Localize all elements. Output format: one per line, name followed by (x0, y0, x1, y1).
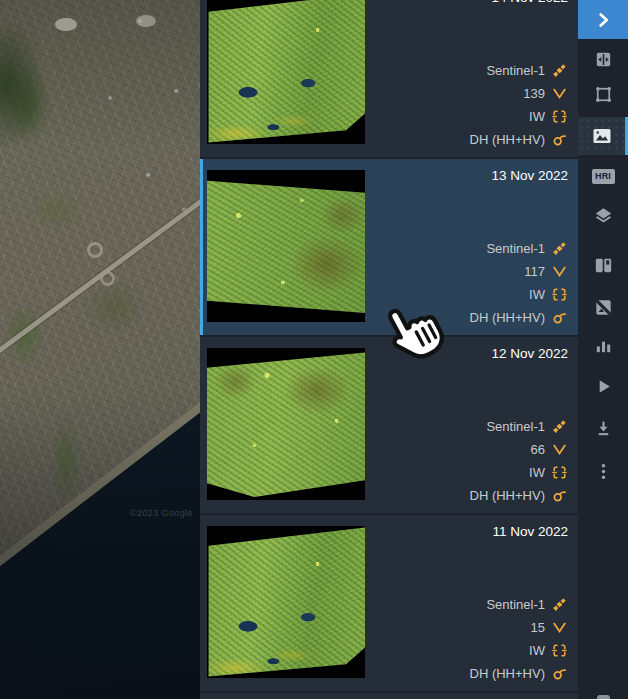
satellite-row: Sentinel-1 (486, 593, 568, 616)
play-icon (592, 375, 615, 398)
layers-icon (592, 204, 615, 227)
draw-area-button[interactable] (578, 75, 628, 113)
acquisition-mode: IW (529, 465, 545, 480)
mode-row: IW (529, 639, 568, 662)
orbit-number: 117 (524, 264, 545, 279)
result-card[interactable]: 14 Nov 2022 Sentinel-1 139 IW DH (HH+HV) (200, 0, 578, 159)
orbit-number: 139 (523, 86, 545, 101)
result-card[interactable]: 12 Nov 2022 Sentinel-1 66 IW DH (HH+HV) (200, 337, 578, 515)
timelapse-button[interactable] (578, 367, 628, 405)
polarization-row: DH (HH+HV) (470, 484, 568, 507)
bar-chart-icon (592, 334, 615, 357)
download-button[interactable] (578, 409, 628, 447)
image-results-icon (590, 124, 614, 148)
acquisition-mode: IW (529, 287, 545, 302)
sar-footprint-image (207, 526, 365, 678)
acquisition-mode-icon (551, 108, 568, 125)
orbit-row: 139 (523, 82, 568, 105)
sar-footprint-image (207, 0, 365, 144)
mode-row: IW (529, 283, 568, 306)
orbit-direction-icon (551, 441, 568, 458)
result-date: 12 Nov 2022 (491, 346, 568, 361)
acquisition-mode-icon (551, 286, 568, 303)
polarization: DH (HH+HV) (470, 132, 545, 147)
result-metadata: Sentinel-1 15 IW DH (HH+HV) (470, 593, 568, 685)
kebab-menu-icon (592, 460, 615, 483)
result-metadata: Sentinel-1 139 IW DH (HH+HV) (470, 59, 568, 151)
draw-area-icon (592, 83, 615, 106)
polarization: DH (HH+HV) (470, 666, 545, 681)
atlas-icon (592, 254, 615, 277)
orbit-direction-icon (551, 263, 568, 280)
mode-row: IW (529, 105, 568, 128)
atlas-button[interactable] (578, 246, 628, 284)
satellite-row: Sentinel-1 (486, 59, 568, 82)
result-thumbnail[interactable] (207, 526, 365, 678)
image-slash-icon (592, 296, 615, 319)
map-roundabout (100, 271, 115, 286)
result-card[interactable]: 11 Nov 2022 Sentinel-1 15 IW DH (HH+HV) (200, 515, 578, 693)
collapse-panel-button[interactable] (578, 0, 628, 39)
acquisition-mode-icon (551, 642, 568, 659)
orbit-row: 15 (531, 616, 568, 639)
polarization-row: DH (HH+HV) (470, 662, 568, 685)
satellite-icon (551, 596, 568, 613)
map-canvas[interactable]: ©2023 Google (0, 0, 200, 699)
polarization-icon (551, 487, 568, 504)
results-tab-button[interactable] (578, 117, 628, 155)
result-date: 13 Nov 2022 (491, 168, 568, 183)
orbit-row: 66 (531, 438, 568, 461)
map-sea (0, 0, 200, 699)
hide-previews-button[interactable] (578, 288, 628, 326)
mode-row: IW (529, 461, 568, 484)
satellite-name: Sentinel-1 (486, 63, 545, 78)
compare-button[interactable] (578, 40, 628, 78)
feedback-icon[interactable] (597, 695, 610, 699)
satellite-name: Sentinel-1 (486, 241, 545, 256)
result-date: 11 Nov 2022 (492, 524, 568, 539)
acquisition-mode: IW (529, 109, 545, 124)
polarization-icon (551, 309, 568, 326)
orbit-row: 117 (524, 260, 568, 283)
statistics-button[interactable] (578, 326, 628, 364)
acquisition-mode: IW (529, 643, 545, 658)
map-roundabout (87, 242, 103, 258)
orbit-direction-icon (551, 85, 568, 102)
result-metadata: Sentinel-1 117 IW DH (HH+HV) (470, 237, 568, 329)
polarization-row: DH (HH+HV) (470, 128, 568, 151)
polarization: DH (HH+HV) (470, 310, 545, 325)
sar-footprint-image (207, 170, 365, 322)
result-date: 14 Nov 2022 (491, 0, 568, 5)
sar-footprint-image (207, 348, 365, 500)
acquisition-mode-icon (551, 464, 568, 481)
satellite-name: Sentinel-1 (486, 597, 545, 612)
result-thumbnail[interactable] (207, 170, 365, 322)
eo-browser-window: ©2023 Google 14 Nov 2022 Sentinel-1 139 … (0, 0, 628, 699)
satellite-icon (551, 418, 568, 435)
orbit-direction-icon (551, 619, 568, 636)
map-attribution: ©2023 Google (130, 508, 193, 518)
hri-button[interactable]: HRI (578, 157, 628, 195)
result-card-partial[interactable] (200, 693, 578, 699)
polarization-icon (551, 131, 568, 148)
satellite-icon (551, 62, 568, 79)
more-options-button[interactable] (578, 452, 628, 490)
satellite-row: Sentinel-1 (486, 237, 568, 260)
result-thumbnail[interactable] (207, 0, 365, 144)
result-metadata: Sentinel-1 66 IW DH (HH+HV) (470, 415, 568, 507)
polarization: DH (HH+HV) (470, 488, 545, 503)
orbit-number: 15 (531, 620, 545, 635)
layers-button[interactable] (578, 196, 628, 234)
polarization-icon (551, 665, 568, 682)
chevron-right-icon (592, 9, 614, 31)
satellite-row: Sentinel-1 (486, 415, 568, 438)
orbit-number: 66 (531, 442, 545, 457)
satellite-icon (551, 240, 568, 257)
satellite-name: Sentinel-1 (486, 419, 545, 434)
tools-sidebar: HRI (578, 0, 628, 699)
download-icon (592, 417, 615, 440)
result-card-selected[interactable]: 13 Nov 2022 Sentinel-1 117 IW DH (HH+HV) (200, 159, 578, 337)
search-results-panel: 14 Nov 2022 Sentinel-1 139 IW DH (HH+HV) (200, 0, 578, 699)
result-thumbnail[interactable] (207, 348, 365, 500)
polarization-row: DH (HH+HV) (470, 306, 568, 329)
